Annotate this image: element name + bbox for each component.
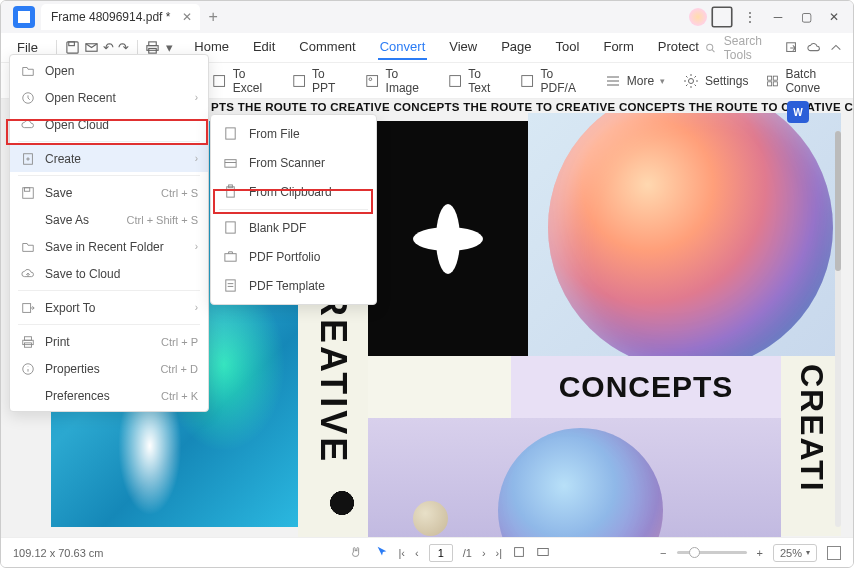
- file-menu-properties[interactable]: PropertiesCtrl + D: [10, 355, 208, 382]
- create-from-file[interactable]: From File: [211, 119, 376, 148]
- starburst-icon: [321, 482, 363, 524]
- status-bar: 109.12 x 70.63 cm |‹ ‹ /1 › ›| − + 25%▾: [1, 537, 853, 567]
- svg-rect-9: [214, 75, 225, 86]
- notes-icon[interactable]: [709, 4, 735, 30]
- word-export-badge[interactable]: W: [787, 101, 809, 123]
- create-from-scanner[interactable]: From Scanner: [211, 148, 376, 177]
- tab-close-icon[interactable]: ✕: [182, 10, 192, 24]
- menu-protect[interactable]: Protect: [656, 35, 701, 60]
- file-menu-save-recent-folder[interactable]: Save in Recent Folder›: [10, 233, 208, 260]
- zoom-in-icon[interactable]: +: [757, 547, 763, 559]
- menu-page[interactable]: Page: [499, 35, 533, 60]
- zoom-out-icon[interactable]: −: [660, 547, 666, 559]
- svg-rect-17: [774, 76, 778, 80]
- file-menu-save[interactable]: SaveCtrl + S: [10, 179, 208, 206]
- svg-rect-25: [24, 336, 31, 340]
- menu-form[interactable]: Form: [601, 35, 635, 60]
- svg-rect-18: [768, 81, 772, 85]
- concepts-block: CONCEPTS: [511, 356, 781, 418]
- to-pdfa-button[interactable]: To PDF/A: [520, 67, 587, 95]
- create-submenu: From File From Scanner From Clipboard Bl…: [210, 114, 377, 305]
- create-from-clipboard[interactable]: From Clipboard: [211, 177, 376, 206]
- file-menu-open[interactable]: Open: [10, 57, 208, 84]
- file-menu-create[interactable]: Create›: [10, 145, 208, 172]
- svg-point-7: [707, 44, 713, 50]
- file-menu-save-to-cloud[interactable]: Save to Cloud: [10, 260, 208, 287]
- file-menu-open-cloud[interactable]: Open Cloud: [10, 111, 208, 138]
- gradient-orb-large: [528, 113, 841, 356]
- next-page-icon[interactable]: ›: [482, 547, 486, 559]
- svg-rect-11: [367, 75, 378, 86]
- fullscreen-icon[interactable]: [827, 546, 841, 560]
- svg-rect-36: [515, 547, 524, 556]
- file-menu-preferences[interactable]: PreferencesCtrl + K: [10, 382, 208, 409]
- svg-rect-0: [712, 7, 732, 27]
- svg-rect-31: [227, 187, 235, 197]
- create-blank-pdf[interactable]: Blank PDF: [211, 213, 376, 242]
- vertical-scrollbar[interactable]: [835, 131, 841, 527]
- tab-title: Frame 48096914.pdf *: [51, 10, 170, 24]
- maximize-button[interactable]: ▢: [793, 4, 819, 30]
- menu-tool[interactable]: Tool: [554, 35, 582, 60]
- creative2-strip: CREATI: [781, 356, 841, 536]
- file-menu-save-as[interactable]: Save AsCtrl + Shift + S: [10, 206, 208, 233]
- file-menu-export-to[interactable]: Export To›: [10, 294, 208, 321]
- first-page-icon[interactable]: |‹: [399, 547, 406, 559]
- sparkle-icon: [413, 204, 483, 274]
- to-image-button[interactable]: To Image: [365, 67, 430, 95]
- zoom-slider[interactable]: [677, 551, 747, 554]
- svg-rect-30: [225, 160, 236, 168]
- file-dropdown-menu: Open Open Recent› Open Cloud Create› Sav…: [9, 54, 209, 412]
- create-pdf-portfolio[interactable]: PDF Portfolio: [211, 242, 376, 271]
- menu-view[interactable]: View: [447, 35, 479, 60]
- fit-page-icon[interactable]: [536, 545, 550, 561]
- svg-rect-2: [68, 42, 74, 46]
- file-menu-print[interactable]: PrintCtrl + P: [10, 328, 208, 355]
- ai-assistant-icon[interactable]: [689, 8, 707, 26]
- svg-rect-10: [293, 75, 304, 86]
- creative2-label: CREATI: [793, 364, 830, 493]
- svg-rect-23: [24, 187, 29, 191]
- document-tab[interactable]: Frame 48096914.pdf * ✕: [41, 4, 200, 30]
- svg-point-12: [369, 77, 372, 80]
- search-placeholder[interactable]: Search Tools: [724, 34, 777, 62]
- cloud-icon[interactable]: [807, 39, 821, 57]
- to-text-button[interactable]: To Text: [448, 67, 502, 95]
- scrollbar-thumb[interactable]: [835, 131, 841, 271]
- svg-rect-13: [450, 75, 461, 86]
- file-menu-open-recent[interactable]: Open Recent›: [10, 84, 208, 111]
- fit-width-icon[interactable]: [512, 545, 526, 561]
- app-logo-icon: [13, 6, 35, 28]
- menu-comment[interactable]: Comment: [297, 35, 357, 60]
- svg-rect-33: [226, 222, 235, 233]
- hand-tool-icon[interactable]: [349, 545, 363, 561]
- collapse-icon[interactable]: [829, 39, 843, 57]
- svg-rect-29: [226, 128, 235, 139]
- batch-convert-button[interactable]: Batch Conve: [766, 67, 841, 95]
- search-icon[interactable]: [705, 41, 716, 55]
- minimize-button[interactable]: ─: [765, 4, 791, 30]
- page-number-input[interactable]: [429, 544, 453, 562]
- share-icon[interactable]: [785, 39, 799, 57]
- last-page-icon[interactable]: ›|: [496, 547, 503, 559]
- menu-convert[interactable]: Convert: [378, 35, 428, 60]
- close-button[interactable]: ✕: [821, 4, 847, 30]
- kebab-menu-icon[interactable]: ⋮: [737, 4, 763, 30]
- more-button[interactable]: More▾: [605, 73, 665, 89]
- zoom-percent-select[interactable]: 25%▾: [773, 544, 817, 562]
- to-excel-button[interactable]: To Excel: [212, 67, 273, 95]
- new-tab-button[interactable]: +: [208, 8, 217, 26]
- svg-rect-16: [768, 76, 772, 80]
- settings-button[interactable]: Settings: [683, 67, 748, 95]
- svg-point-15: [689, 78, 694, 83]
- svg-rect-19: [774, 81, 778, 85]
- to-ppt-button[interactable]: To PPT: [292, 67, 348, 95]
- page-dimensions: 109.12 x 70.63 cm: [13, 547, 104, 559]
- small-sphere: [413, 501, 448, 536]
- select-tool-icon[interactable]: [375, 545, 389, 561]
- title-bar: Frame 48096914.pdf * ✕ + ⋮ ─ ▢ ✕: [1, 1, 853, 33]
- menu-edit[interactable]: Edit: [251, 35, 277, 60]
- banner-text: PTS THE ROUTE TO CREATIVE CONCEPTS THE R…: [211, 101, 853, 113]
- create-pdf-template[interactable]: PDF Template: [211, 271, 376, 300]
- prev-page-icon[interactable]: ‹: [415, 547, 419, 559]
